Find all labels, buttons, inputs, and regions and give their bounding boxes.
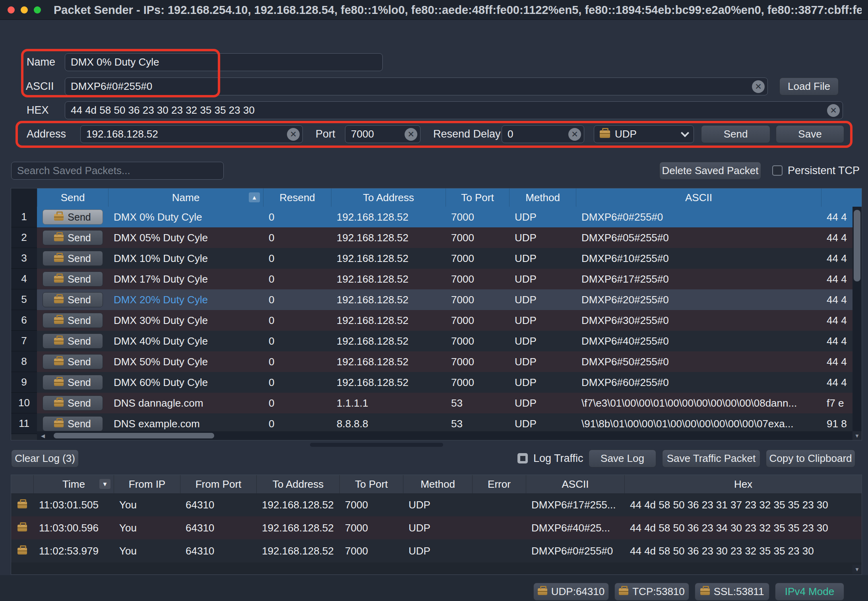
log-scroll-down-icon[interactable]: ▼ (852, 565, 862, 574)
clear-ascii-icon[interactable]: ✕ (752, 80, 765, 93)
zoom-window-button[interactable] (34, 6, 41, 14)
table-row[interactable]: 8 Send DMX 50% Duty Cyle 0 192.168.128.5… (11, 351, 852, 372)
row-send-button[interactable]: Send (43, 271, 103, 287)
packet-icon (54, 338, 64, 345)
copy-to-clipboard-button[interactable]: Copy to Clipboard (766, 450, 855, 467)
table-row[interactable]: 4 Send DMX 17% Duty Cyle 0 192.168.128.5… (11, 269, 852, 289)
sort-descending-icon[interactable]: ▼ (99, 479, 110, 489)
row-number-cell: 8 (11, 351, 37, 372)
log-row[interactable]: 11:03:01.505 You 64310 192.168.128.52 70… (11, 493, 862, 516)
header-method[interactable]: Method (509, 188, 576, 207)
vertical-scrollbar[interactable]: ▼ (852, 207, 862, 440)
row-send-button[interactable]: Send (43, 333, 103, 349)
scroll-down-icon[interactable]: ▼ (852, 431, 862, 440)
traffic-log-header: Time ▼ From IP From Port To Address To P… (11, 475, 862, 493)
log-header-from-port[interactable]: From Port (180, 475, 256, 493)
load-file-button[interactable]: Load File (779, 78, 839, 95)
address-field[interactable]: ✕ (80, 125, 303, 143)
splitter-handle[interactable] (310, 443, 443, 447)
log-traffic-checkbox[interactable] (517, 453, 528, 463)
row-send-button[interactable]: Send (43, 354, 103, 369)
header-ascii[interactable]: ASCII (576, 188, 821, 207)
log-header-to-address[interactable]: To Address (256, 475, 339, 493)
log-header-time[interactable]: Time ▼ (33, 475, 114, 493)
name-input[interactable] (65, 56, 382, 68)
protocol-select[interactable]: UDP (594, 125, 694, 143)
horizontal-scrollbar[interactable]: ◀ (37, 431, 852, 440)
row-send-button[interactable]: Send (43, 230, 103, 245)
log-header-from-ip[interactable]: From IP (114, 475, 180, 493)
clear-hex-icon[interactable]: ✕ (827, 104, 840, 117)
table-row[interactable]: 6 Send DMX 30% Duty Cyle 0 192.168.128.5… (11, 310, 852, 331)
ssl-port-button[interactable]: SSL:53811 (695, 583, 769, 601)
table-row[interactable]: 5 Send DMX 20% Duty Cyle 0 192.168.128.5… (11, 289, 852, 310)
row-send-button[interactable]: Send (43, 416, 103, 431)
sort-ascending-icon[interactable]: ▲ (249, 192, 260, 202)
close-window-button[interactable] (8, 6, 15, 14)
row-send-button[interactable]: Send (43, 395, 103, 411)
port-field[interactable]: ✕ (345, 125, 420, 143)
tcp-port-button[interactable]: TCP:53810 (614, 583, 689, 601)
row-send-label: Send (68, 253, 91, 264)
minimize-window-button[interactable] (21, 6, 28, 14)
ascii-field[interactable]: ✕ (65, 78, 768, 95)
clear-address-icon[interactable]: ✕ (287, 128, 300, 141)
send-button[interactable]: Send (701, 125, 770, 143)
port-input[interactable] (345, 128, 405, 140)
row-send-button[interactable]: Send (43, 375, 103, 390)
header-hex-partial[interactable] (821, 188, 862, 207)
packet-icon (54, 421, 64, 427)
resend-delay-input[interactable] (502, 128, 568, 140)
table-row[interactable]: 9 Send DMX 60% Duty Cyle 0 192.168.128.5… (11, 372, 852, 393)
table-row[interactable]: 1 Send DMX 0% Duty Cyle 0 192.168.128.52… (11, 207, 852, 227)
row-send-button[interactable]: Send (43, 292, 103, 307)
clear-resend-icon[interactable]: ✕ (568, 128, 581, 141)
clear-port-icon[interactable]: ✕ (405, 128, 417, 141)
address-input[interactable] (81, 128, 287, 140)
save-log-button[interactable]: Save Log (589, 450, 656, 467)
row-number-cell: 3 (11, 248, 37, 269)
scroll-left-icon[interactable]: ◀ (37, 431, 49, 440)
header-send[interactable]: Send (37, 188, 108, 207)
search-field[interactable] (11, 162, 224, 180)
cell-to-port: 7000 (339, 539, 403, 562)
search-input[interactable] (12, 165, 223, 177)
udp-port-button[interactable]: UDP:64310 (533, 583, 609, 601)
resend-delay-field[interactable]: ✕ (502, 125, 584, 143)
log-row[interactable]: 11:02:53.979 You 64310 192.168.128.52 70… (11, 539, 862, 562)
table-row[interactable]: 3 Send DMX 10% Duty Cyle 0 192.168.128.5… (11, 248, 852, 269)
log-header-method[interactable]: Method (403, 475, 472, 493)
table-row[interactable]: 10 Send DNS dannagle.com 0 1.1.1.1 53 UD… (11, 393, 852, 413)
name-field[interactable] (65, 53, 383, 71)
header-resend[interactable]: Resend (263, 188, 331, 207)
header-to-address[interactable]: To Address (331, 188, 446, 207)
row-send-cell: Send (37, 393, 108, 413)
ipv4-mode-button[interactable]: IPv4 Mode (775, 583, 844, 601)
log-row-icon-cell (11, 516, 33, 539)
horizontal-scrollbar-thumb[interactable] (54, 433, 214, 438)
row-send-button[interactable]: Send (43, 251, 103, 266)
vertical-scrollbar-thumb[interactable] (854, 210, 860, 281)
hex-field[interactable]: ✕ (65, 101, 843, 119)
row-send-button[interactable]: Send (43, 209, 103, 225)
delete-saved-packet-button[interactable]: Delete Saved Packet (659, 162, 761, 180)
persistent-tcp-checkbox[interactable] (772, 165, 783, 176)
row-send-button[interactable]: Send (43, 313, 103, 328)
save-traffic-packet-button[interactable]: Save Traffic Packet (662, 450, 760, 467)
log-header-hex[interactable]: Hex (624, 475, 862, 493)
cell-to-port: 7000 (446, 372, 509, 393)
clear-log-button[interactable]: Clear Log (3) (11, 450, 79, 467)
ascii-input[interactable] (65, 80, 752, 93)
table-row[interactable]: 2 Send DMX 05% Duty Cyle 0 192.168.128.5… (11, 227, 852, 248)
log-header-error[interactable]: Error (472, 475, 526, 493)
save-button[interactable]: Save (776, 125, 844, 143)
log-row[interactable]: 11:03:00.596 You 64310 192.168.128.52 70… (11, 516, 862, 539)
header-to-port[interactable]: To Port (446, 188, 509, 207)
log-header-to-port[interactable]: To Port (339, 475, 403, 493)
cell-to-address: 192.168.128.52 (331, 227, 446, 248)
row-number-cell: 6 (11, 310, 37, 331)
log-header-ascii[interactable]: ASCII (526, 475, 624, 493)
table-row[interactable]: 7 Send DMX 40% Duty Cyle 0 192.168.128.5… (11, 331, 852, 351)
header-name[interactable]: Name ▲ (108, 188, 263, 207)
hex-input[interactable] (65, 104, 827, 116)
